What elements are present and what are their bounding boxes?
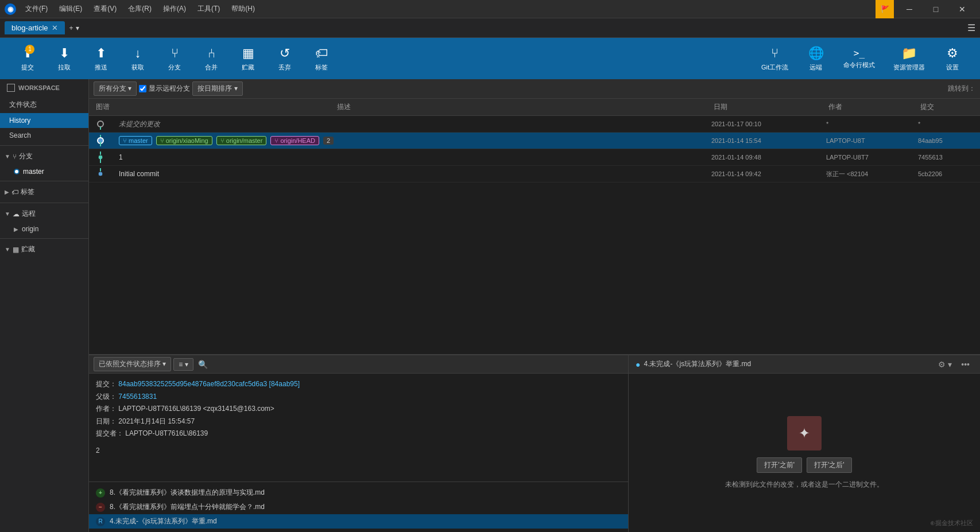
stashes-group[interactable]: ▼ ▦ 贮藏 [0, 241, 88, 258]
file-item-2[interactable]: R 4.未完成-《js玩算法系列》举重.md [89, 514, 628, 529]
file-status-del-icon: − [96, 503, 105, 512]
bottom-left-panel: 已依照文件状态排序 ▾ ≡ ▾ 🔍 提交： 84aab9538325255d95… [89, 355, 629, 532]
main-area: WORKSPACE 文件状态 History Search ▼ ⑂ 分支 mas… [0, 79, 980, 532]
commit-files-list: + 8.《看完就懂系列》谈谈数据埋点的原理与实现.md − 8.《看完就懂系列》… [89, 481, 628, 532]
maximize-button[interactable]: □ [923, 0, 949, 18]
remotes-group[interactable]: ▼ ☁ 远程 [0, 205, 88, 222]
diff-more-button[interactable]: ••• [958, 359, 973, 370]
menu-file[interactable]: 文件(F) [21, 2, 52, 16]
merge-label: 合并 [205, 63, 218, 72]
search-label: Search [9, 131, 31, 139]
file-item-0[interactable]: + 8.《看完就懂系列》谈谈数据埋点的原理与实现.md [89, 486, 628, 500]
graph-cell-84aab95: ⑂ master ⑂ origin/xiaoMing ⑂ origin/mast… [94, 135, 335, 146]
svg-point-0 [98, 121, 103, 127]
notification-button[interactable]: 🚩 [876, 0, 894, 18]
search-files-button[interactable]: 🔍 [196, 358, 210, 371]
menu-repo[interactable]: 仓库(R) [123, 2, 156, 16]
show-remote-checkbox[interactable] [139, 85, 146, 92]
list-view-button[interactable]: ≡ ▾ [173, 358, 193, 371]
workspace-label: WORKSPACE [18, 84, 60, 91]
menu-action[interactable]: 操作(A) [158, 2, 191, 16]
menu-help[interactable]: 帮助(H) [227, 2, 259, 16]
parent-hash[interactable]: 7455613831 [118, 393, 157, 401]
explorer-label: 资源管理器 [893, 63, 925, 72]
tag-label: 标签 [315, 63, 328, 72]
toolbar-terminal[interactable]: >_ 命令行模式 [834, 43, 884, 74]
commit-row-5cb2206[interactable]: Initial commit 2021-01-14 09:42 张正一 <821… [89, 166, 980, 182]
toolbar-merge[interactable]: ⑃ 合并 [193, 41, 230, 76]
toolbar-push[interactable]: ⬆ 推送 [83, 41, 119, 76]
tags-label: 标签 [21, 187, 34, 197]
toolbar-tag[interactable]: 🏷 标签 [303, 41, 340, 76]
tab-close-icon[interactable]: ✕ [52, 24, 58, 32]
commit-row-7455613[interactable]: 1 2021-01-14 09:48 LAPTOP-U8T7 7455613 [89, 149, 980, 166]
minimize-button[interactable]: ─ [896, 0, 923, 18]
hash-5cb2206: 5cb2206 [918, 170, 975, 177]
watermark: ⊕掘金技术社区 [930, 519, 973, 527]
header-graph: 图谱 [94, 101, 335, 113]
show-remote-checkbox-label[interactable]: 显示远程分支 [139, 84, 190, 94]
open-before-button[interactable]: 打开'之前' [757, 457, 802, 473]
toolbar-remote[interactable]: 🌐 远端 [797, 41, 834, 76]
commit-row-uncommitted[interactable]: 未提交的更改 2021-01-17 00:10 * * [89, 116, 980, 133]
fetch-label: 获取 [131, 63, 144, 72]
tag-origin-xiaoming: ⑂ origin/xiaoMing [156, 136, 212, 145]
sidebar-item-history[interactable]: History [0, 113, 88, 128]
date-5cb2206: 2021-01-14 09:42 [711, 170, 826, 177]
toolbar-pull[interactable]: ⬇ 拉取 [46, 41, 83, 76]
diff-settings-button[interactable]: ⚙ ▾ [935, 359, 955, 370]
toolbar-fetch[interactable]: ↓ 获取 [119, 41, 156, 76]
terminal-label: 命令行模式 [843, 61, 875, 69]
commit-hash[interactable]: 84aab9538325255d95e4876aef8d230cafc5d6a3… [118, 380, 300, 388]
toolbar-discard[interactable]: ↺ 丢弃 [266, 41, 303, 76]
hamburger-menu[interactable]: ☰ [967, 22, 975, 33]
history-label: History [9, 117, 30, 125]
graph-cell-uncommitted: 未提交的更改 [94, 118, 335, 130]
author-5cb2206: 张正一 <82104 [826, 170, 918, 178]
tags-group[interactable]: ▶ 🏷 标签 [0, 184, 88, 200]
bottom-right-toolbar: ● 4.未完成-《js玩算法系列》举重.md ⚙ ▾ ••• [629, 355, 980, 374]
push-icon: ⬆ [96, 46, 106, 61]
tag-origin-head: ⑂ origin/HEAD [270, 136, 319, 145]
master-active-dot [14, 169, 20, 174]
file-sort-dropdown[interactable]: 已依照文件状态排序 ▾ [94, 357, 171, 371]
sidebar-item-search[interactable]: Search [0, 128, 88, 143]
toolbar-commit[interactable]: 1 ⬆ 提交 [9, 41, 46, 76]
open-after-button[interactable]: 打开'之后' [807, 457, 852, 473]
gitflow-icon: ⑂ [771, 46, 778, 61]
toolbar-explorer[interactable]: 📁 资源管理器 [884, 41, 934, 76]
date-84aab95: 2021-01-14 15:54 [711, 137, 826, 144]
tab-blog-article[interactable]: blog-article ✕ [5, 21, 65, 34]
stash-icon-sidebar: ▦ [13, 246, 19, 254]
toolbar-stash[interactable]: ▦ 贮藏 [230, 41, 266, 76]
menu-bar: 文件(F) 编辑(E) 查看(V) 仓库(R) 操作(A) 工具(T) 帮助(H… [21, 2, 259, 16]
file-item-1[interactable]: − 8.《看完就懂系列》前端埋点十分钟就能学会？.md [89, 500, 628, 514]
settings-icon: ⚙ [947, 46, 958, 61]
toolbar-settings[interactable]: ⚙ 设置 [934, 41, 971, 76]
close-button[interactable]: ✕ [949, 0, 975, 18]
sidebar-branch-master[interactable]: master [0, 165, 88, 178]
master-branch-label: master [23, 168, 44, 176]
menu-tools[interactable]: 工具(T) [193, 2, 224, 16]
hash-uncommitted: * [918, 121, 975, 127]
new-tab-button[interactable]: + ▾ [69, 24, 79, 32]
stashes-label: 贮藏 [21, 244, 35, 254]
branches-group[interactable]: ▼ ⑂ 分支 [0, 148, 88, 165]
diff-file-title: ● 4.未完成-《js玩算法系列》举重.md [636, 359, 930, 369]
menu-edit[interactable]: 编辑(E) [55, 2, 87, 16]
commit-row-84aab95[interactable]: ⑂ master ⑂ origin/xiaoMing ⑂ origin/mast… [89, 133, 980, 149]
branch-filter-dropdown[interactable]: 所有分支 ▾ [94, 81, 137, 96]
desc-initial-label: Initial commit [119, 170, 159, 178]
sidebar-item-file-status[interactable]: 文件状态 [0, 96, 88, 113]
svg-point-9 [98, 172, 103, 176]
commit-label: 提交： [96, 380, 117, 388]
date-label-detail: 日期： [96, 417, 117, 425]
sidebar-remote-origin[interactable]: ▶ origin [0, 222, 88, 236]
toolbar-branch[interactable]: ⑂ 分支 [156, 41, 193, 76]
date-uncommitted: 2021-01-17 00:10 [711, 121, 826, 127]
file-name-0: 8.《看完就懂系列》谈谈数据埋点的原理与实现.md [110, 488, 265, 498]
menu-view[interactable]: 查看(V) [89, 2, 121, 16]
title-bar-left: ◉ 文件(F) 编辑(E) 查看(V) 仓库(R) 操作(A) 工具(T) 帮助… [5, 2, 259, 16]
sort-dropdown[interactable]: 按日期排序 ▾ [192, 81, 242, 96]
toolbar-gitflow[interactable]: ⑂ Git工作流 [752, 41, 797, 76]
